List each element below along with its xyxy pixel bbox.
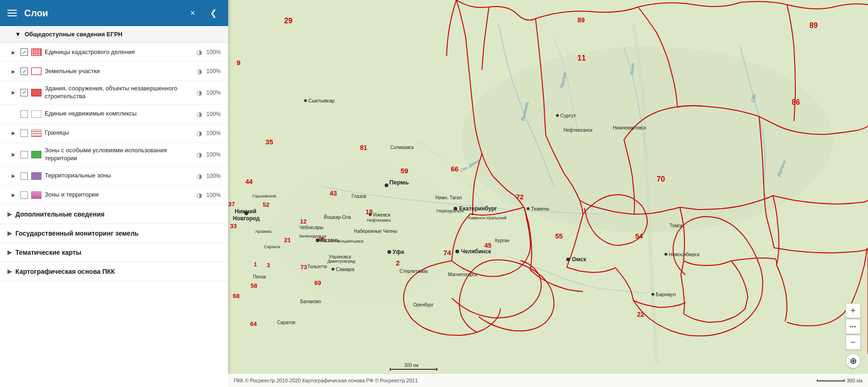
checkbox-land[interactable] [20,68,28,75]
city-label-novosibirsk: Новосибирск [669,251,700,257]
city-dot-tyumen [527,207,529,210]
layer-expand-btn-zones-territorial[interactable]: ▶ [9,172,18,180]
city-label-zelenodolsk: Зеленодольск [299,234,326,238]
layer-expand-btn-buildings[interactable]: ▶ [9,88,18,97]
section-additional-header[interactable]: ▶ Дополнительные сведения [0,205,228,224]
section-egrn-header[interactable]: ▼ Общедоступные сведения ЕГРН [0,26,228,43]
city-label-samara: Самара [336,266,355,272]
city-label-saransk: Саранск [264,244,280,249]
region-num-64: 64 [250,320,257,327]
section-additional-label: Дополнительные сведения [15,210,104,218]
sidebar-title: Слои [24,8,179,19]
river-kama: Кама [629,63,635,75]
region-num-73: 73 [300,264,307,271]
layer-expand-btn-borders[interactable]: ▶ [9,129,18,137]
region-num-89: 89 [577,16,585,24]
checkbox-borders[interactable] [20,129,28,137]
sidebar: Слои × ❮ ▼ Общедоступные сведения ЕГРН ▶… [0,0,228,387]
chevron-right-icon: ▶ [7,211,12,217]
checkbox-complex[interactable] [20,110,28,118]
sidebar-header: Слои × ❮ [0,0,228,26]
zoom-in-button[interactable]: + [846,303,861,318]
layer-icon-buildings [31,87,42,98]
opacity-zones-special: ◑ 100% [197,151,221,158]
collapse-button[interactable]: ❮ [206,6,221,20]
zoom-options-button[interactable]: ••• [846,319,861,334]
city-label-yoshkar: Йошкар-Ола [324,214,351,220]
opacity-value-buildings: 100% [204,89,221,96]
section-basemap-header[interactable]: ▶ Картографическая основа ПКК [0,262,228,281]
city-dot-surgut [556,114,559,117]
city-label-syktyvkar: Сыктывкар [308,98,335,103]
city-dot-syktyvkar [304,99,307,102]
checkbox-buildings[interactable] [20,89,28,96]
opacity-value-zones-special: 100% [204,151,221,158]
city-label-magnitogorsk: Магнитогорск [448,272,477,277]
city-dot-omsk [566,258,570,261]
region-num-11: 11 [577,54,586,62]
layer-expand-btn-land[interactable]: ▶ [9,67,18,75]
opacity-zones-territorial: ◑ 100% [197,172,221,180]
layer-land: ▶ Земельные участки ◑ 100% [0,62,228,81]
scale-bar: 300 км [817,378,862,383]
city-label-balakovo: Балаково [300,299,321,304]
region-num-55: 55 [555,232,563,240]
layer-expand-btn-zones-territory[interactable]: ▶ [9,191,18,199]
layer-label-zones-territorial: Территориальные зоны [45,172,194,180]
city-label-arzamas: Арзамас [255,229,272,234]
opacity-icon-zones-territory[interactable]: ◑ [197,191,202,199]
opacity-icon-borders[interactable]: ◑ [197,129,202,137]
opacity-icon[interactable]: ◑ [197,48,202,56]
layer-expand-btn[interactable]: ▶ [9,48,18,56]
compass-button[interactable]: ⊕ [846,353,861,368]
opacity-icon-land[interactable]: ◑ [197,68,202,75]
layer-zones-territory: ▶ Зоны и территории ◑ 100% [0,186,228,205]
scale-label: 300 км [404,363,419,368]
opacity-icon-zones-special[interactable]: ◑ [197,151,202,158]
city-label-sterlitamak: Стерлитамак [400,269,428,274]
city-label-nnov-1: Нижний [235,208,257,215]
section-monitoring: ▶ Государственный мониторинг земель [0,224,228,243]
map-area[interactable]: Печора Вычегда Кама Обь Иртыш Сев. Двина… [228,0,868,387]
chevron-right-icon-monitoring: ▶ [7,230,12,237]
opacity-zones-territory: ◑ 100% [197,191,221,199]
opacity-icon-zones-territorial[interactable]: ◑ [197,172,202,180]
city-label-dimitrovgrad: Димитровград [327,259,356,264]
city-label-tyumen: Тюмень [531,206,549,211]
layer-expand-btn-zones-special[interactable]: ▶ [9,150,18,159]
region-num-69: 69 [314,279,321,286]
section-thematic-header[interactable]: ▶ Тематические карты [0,243,228,262]
checkbox-cadastral[interactable] [20,48,28,56]
city-label-ufa: Уфа [393,249,404,255]
city-label-pervouralsk: Первоуральск [436,209,464,213]
layer-label-complex: Единые недвижимые комплексы [45,110,194,118]
layer-label-buildings: Здания, сооружения, объекты незавершенно… [45,85,194,101]
city-label-solikamsk: Соликамск [390,145,414,150]
opacity-icon-buildings[interactable]: ◑ [197,89,202,96]
map-controls: + ••• − [846,303,861,350]
opacity-icon-complex[interactable]: ◑ [197,110,202,118]
layer-label-zones-special: Зоны с особыми условиями использования т… [45,147,194,163]
layer-icon-zones-special [31,149,42,160]
opacity-value-borders: 100% [204,130,221,136]
region-num-89b: 89 [809,21,818,29]
region-num-72: 72 [516,193,524,201]
city-label-ekb: Екатеринбург [459,205,497,212]
opacity-value-land: 100% [204,68,221,75]
section-monitoring-label: Государственный мониторинг земель [15,230,139,237]
section-monitoring-header[interactable]: ▶ Государственный мониторинг земель [0,224,228,243]
checkbox-zones-special[interactable] [20,151,28,158]
city-label-gorkovskoe: Горьковское [252,194,276,198]
hamburger-icon[interactable] [7,10,17,16]
layer-icon-zones-territorial [31,170,42,182]
region-num-29: 29 [284,17,292,25]
section-basemap: ▶ Картографическая основа ПКК [0,262,228,281]
checkbox-zones-territory[interactable] [20,191,28,199]
close-button[interactable]: × [186,7,199,20]
opacity-cadastral: ◑ 100% [197,48,221,56]
chevron-down-icon: ▼ [15,31,21,38]
zoom-out-button[interactable]: − [846,335,861,350]
city-dot-izhevsk [369,213,372,216]
checkbox-zones-territorial[interactable] [20,172,28,180]
layer-icon-borders [31,128,42,139]
